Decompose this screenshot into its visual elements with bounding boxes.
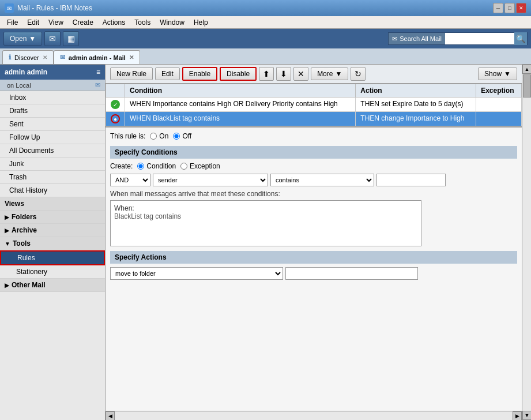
tools-label: Tools [13,239,31,247]
disable-button[interactable]: Disable [220,67,257,81]
filter-value-input[interactable] [376,174,446,186]
upload-icon-button[interactable]: ⬆ [259,67,274,81]
rule-action-1: THEN set Expire Date to 5 day(s) [356,97,476,112]
condition-label: Condition [146,162,176,170]
rules-toolbar: New Rule Edit Enable Disable ⬆ ⬇ ✕ More … [106,65,522,84]
tab-discover-close[interactable]: ✕ [43,54,47,61]
tab-mail-close[interactable]: ✕ [129,54,134,61]
table-row[interactable]: ● WHEN BlackList tag contains THEN chang… [106,112,522,126]
right-scrollbar: ▲ ▼ [522,65,531,420]
sidebar-item-other-mail[interactable]: ▶ Other Mail [0,279,105,292]
folders-label: Folders [12,213,36,221]
minimize-button[interactable]: ─ [493,3,503,13]
sidebar-item-inbox[interactable]: Inbox [0,91,105,104]
action-value-input[interactable] [285,267,418,280]
menu-window[interactable]: Window [155,17,189,28]
menu-help[interactable]: Help [189,17,213,28]
sidebar-menu-icon[interactable]: ≡ [96,68,100,76]
open-button[interactable]: Open ▼ [3,32,42,46]
search-input[interactable] [445,35,514,42]
action-select[interactable]: move to folder copy to folder change imp… [110,267,283,280]
sidebar-item-stationery[interactable]: Stationery [0,265,105,279]
sidebar: admin admin ≡ on Local ✉ Inbox Drafts Se… [0,65,106,420]
sidebar-item-follow-up[interactable]: Follow Up [0,131,105,144]
condition-select[interactable]: contains does not contain is is not [270,174,374,186]
scroll-right-button[interactable]: ▶ [513,411,522,421]
menu-actions[interactable]: Actions [98,17,130,28]
menu-view[interactable]: View [44,17,68,28]
tab-discover-label: Discover [14,54,39,61]
other-mail-expand-icon: ▶ [5,282,9,288]
col-exception: Exception [476,84,522,97]
rule-condition-1: WHEN Importance contains High OR Deliver… [125,97,356,112]
radio-on: On [150,132,168,140]
search-all-mail-label: Search All Mail [400,35,442,42]
and-select[interactable]: AND OR [110,174,150,186]
menu-bar: File Edit View Create Actions Tools Wind… [0,16,531,29]
scroll-down-button[interactable]: ▼ [522,411,531,420]
app-icon: ✉ [5,3,14,13]
calendar-icon-button[interactable]: ▦ [63,31,79,46]
mail-tab-icon: ✉ [60,54,65,61]
rule-exception-2 [476,112,522,126]
radio-off: Off [173,132,191,140]
menu-tools[interactable]: Tools [130,17,155,28]
new-rule-button[interactable]: New Rule [110,68,153,80]
info-icon: ℹ [9,54,11,61]
create-label: Create: [110,162,133,170]
inbox-label: Inbox [9,93,26,102]
sidebar-item-trash[interactable]: Trash [0,171,105,184]
maximize-button[interactable]: □ [504,3,515,13]
other-mail-label: Other Mail [12,281,46,289]
close-button[interactable]: ✕ [516,3,526,13]
sidebar-item-views[interactable]: Views [0,197,105,211]
close-icon-button[interactable]: ✕ [293,67,308,81]
sidebar-item-junk[interactable]: Junk [0,158,105,171]
condition-radio[interactable] [137,163,144,170]
trash-label: Trash [9,173,27,181]
archive-label: Archive [12,226,37,234]
menu-file[interactable]: File [2,17,22,28]
rule-condition-2: WHEN BlackList tag contains [125,112,356,126]
exception-radio[interactable] [180,163,187,170]
title-bar: ✉ Mail - Rules - IBM Notes ─ □ ✕ [0,0,531,16]
scroll-thumb[interactable] [523,74,531,97]
sidebar-item-drafts[interactable]: Drafts [0,104,105,118]
menu-edit[interactable]: Edit [22,17,44,28]
specify-actions-header: Specify Actions [110,251,517,264]
table-row[interactable]: ✓ WHEN Importance contains High OR Deliv… [106,97,522,112]
sidebar-item-tools[interactable]: ▼ Tools [0,237,105,250]
off-radio[interactable] [173,133,180,140]
more-dropdown-icon: ▼ [335,70,342,78]
more-button[interactable]: More ▼ [311,68,348,80]
window-controls: ─ □ ✕ [493,3,526,13]
tab-mail-label: admin admin - Mail [69,54,126,61]
sidebar-item-rules[interactable]: Rules [0,250,105,265]
radio-exception: Exception [180,162,220,170]
when-content: BlackList tag contains [114,212,417,220]
edit-button[interactable]: Edit [155,68,180,80]
tab-discover[interactable]: ℹ Discover ✕ [2,50,54,64]
sidebar-item-sent[interactable]: Sent [0,118,105,131]
sidebar-item-folders[interactable]: ▶ Folders [0,211,105,224]
lower-panel: This rule is: On Off Specify Conditions … [106,126,522,411]
search-button[interactable]: 🔍 [514,32,527,45]
rule-status-cell-1: ✓ [106,97,125,112]
download-icon-button[interactable]: ⬇ [276,67,291,81]
scroll-left-button[interactable]: ◀ [106,411,115,421]
enable-button[interactable]: Enable [182,67,217,81]
show-button[interactable]: Show ▼ [478,68,517,80]
tools-expand-icon: ▼ [5,241,10,247]
rule-status-label: This rule is: [110,132,145,140]
sidebar-item-all-documents[interactable]: All Documents [0,144,105,158]
exception-label: Exception [190,162,220,170]
sidebar-item-chat-history[interactable]: Chat History [0,184,105,197]
mail-icon-button[interactable]: ✉ [44,31,61,46]
on-radio[interactable] [150,133,157,140]
sidebar-item-archive[interactable]: ▶ Archive [0,224,105,237]
tab-mail[interactable]: ✉ admin admin - Mail ✕ [54,50,140,64]
menu-create[interactable]: Create [68,17,98,28]
refresh-icon-button[interactable]: ↻ [351,67,366,81]
scroll-up-button[interactable]: ▲ [522,65,531,74]
field-select[interactable]: sender subject body importance delivery … [153,174,268,186]
